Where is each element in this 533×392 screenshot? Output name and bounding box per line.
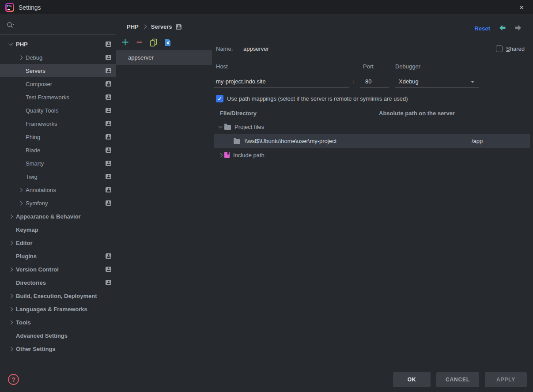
window-title: Settings: [19, 4, 41, 11]
sidebar-item[interactable]: Build, Execution, Deployment: [0, 289, 116, 302]
sidebar-item[interactable]: Languages & Frameworks: [0, 302, 116, 316]
sidebar-item[interactable]: Tools: [0, 316, 116, 329]
breadcrumb-separator-icon: [143, 25, 147, 28]
project-level-badge-icon: [106, 108, 111, 113]
breadcrumb-php[interactable]: PHP: [127, 23, 139, 30]
sidebar-item[interactable]: Phing: [0, 130, 116, 143]
sidebar-item[interactable]: Editor: [0, 236, 116, 249]
sidebar-item[interactable]: Blade: [0, 143, 116, 157]
chevron-icon: [15, 64, 26, 77]
port-input[interactable]: [360, 75, 389, 88]
chevron-right-icon[interactable]: [216, 148, 224, 162]
path-mappings-checkbox[interactable]: [216, 95, 223, 102]
sidebar-item[interactable]: Quality Tools: [0, 104, 116, 117]
remove-server-icon[interactable]: [135, 38, 143, 46]
sidebar-item[interactable]: Test Frameworks: [0, 90, 116, 104]
chevron-icon: [5, 249, 16, 263]
sidebar-item-label: Test Frameworks: [26, 94, 106, 101]
group-label: Include path: [233, 152, 265, 158]
forward-arrow-icon[interactable]: [514, 24, 522, 32]
sidebar-item[interactable]: Keymap: [0, 223, 116, 236]
dialog-footer: OK CANCEL APPLY: [393, 372, 527, 387]
sidebar-item[interactable]: Plugins: [0, 249, 116, 263]
project-level-badge-icon: [106, 200, 111, 206]
sidebar-item-label: Composer: [26, 81, 106, 87]
project-level-badge-icon: [176, 24, 181, 30]
chevron-icon: [15, 77, 26, 90]
column-header-file-directory: File/Directory: [220, 110, 257, 117]
sidebar-item-label: Tools: [16, 319, 106, 326]
breadcrumb-servers: Servers: [151, 23, 172, 30]
chevron-icon: [15, 117, 26, 130]
chevron-icon: [5, 38, 16, 51]
sidebar-item[interactable]: Frameworks: [0, 117, 116, 130]
settings-search-input[interactable]: [0, 15, 116, 35]
reset-button[interactable]: Reset: [475, 25, 490, 32]
back-arrow-icon[interactable]: [499, 24, 506, 32]
sidebar-item[interactable]: Appearance & Behavior: [0, 210, 116, 223]
sidebar-item-label: Directories: [16, 279, 106, 286]
host-input[interactable]: [214, 75, 349, 88]
table-row-include-path[interactable]: Include path: [214, 148, 530, 162]
sidebar-item[interactable]: Smarty: [0, 157, 116, 170]
table-row-mapping[interactable]: \\wsl$\Ubuntu\home\user\my-project /app: [214, 134, 530, 148]
project-level-badge-icon: [106, 267, 111, 272]
sidebar-item[interactable]: Twig: [0, 170, 116, 183]
path-mappings-label[interactable]: Use path mappings (select if the server …: [227, 95, 408, 102]
remote-path-cell[interactable]: /app: [472, 138, 483, 144]
debugger-selected-value: Xdebug: [399, 78, 419, 85]
sidebar-item-label: Appearance & Behavior: [16, 213, 106, 220]
close-icon[interactable]: ×: [516, 2, 527, 13]
sidebar-item-label: Symfony: [26, 200, 106, 207]
sidebar-item[interactable]: Servers: [0, 64, 116, 77]
shared-checkbox-label[interactable]: Shared: [506, 45, 525, 52]
sidebar-item-label: Version Control: [16, 266, 106, 273]
paste-import-icon[interactable]: [163, 38, 171, 46]
sidebar-item-label: Quality Tools: [26, 107, 106, 114]
chevron-icon: [5, 263, 16, 276]
sidebar-item[interactable]: Other Settings: [0, 342, 116, 355]
sidebar-item-label: Frameworks: [26, 121, 106, 127]
apply-button[interactable]: APPLY: [485, 372, 527, 387]
include-path-book-icon: [224, 152, 230, 158]
chevron-icon: [5, 342, 16, 355]
sidebar-item-label: Twig: [26, 173, 106, 180]
sidebar-item[interactable]: Debug: [0, 51, 116, 64]
project-level-badge-icon: [106, 41, 111, 47]
chevron-icon: [5, 210, 16, 223]
table-row-project-files[interactable]: Project files: [214, 120, 530, 134]
project-level-badge-icon: [106, 81, 111, 87]
port-label: Port: [363, 63, 374, 70]
server-name: appserver: [128, 54, 154, 61]
table-header-divider: [214, 119, 530, 119]
sidebar-item[interactable]: Composer: [0, 77, 116, 90]
sidebar-item[interactable]: Version Control: [0, 263, 116, 276]
copy-server-icon[interactable]: [149, 38, 157, 46]
cancel-button[interactable]: CANCEL: [436, 372, 479, 387]
sidebar-item[interactable]: Advanced Settings: [0, 329, 116, 342]
chevron-icon: [5, 289, 16, 302]
sidebar-item[interactable]: Annotations: [0, 183, 116, 196]
chevron-down-icon[interactable]: [216, 120, 224, 134]
sidebar-item-label: Other Settings: [16, 346, 106, 352]
phpstorm-logo-icon: PS: [5, 3, 14, 12]
ok-button[interactable]: OK: [393, 372, 431, 387]
chevron-icon: [15, 196, 26, 210]
sidebar-item-label: Languages & Frameworks: [16, 306, 106, 313]
add-server-icon[interactable]: [121, 38, 129, 46]
host-port-separator: :: [352, 78, 354, 84]
sidebar-item[interactable]: PHP: [0, 38, 116, 51]
sidebar-item-label: Servers: [26, 68, 106, 74]
debugger-label: Debugger: [395, 63, 420, 70]
sidebar-item[interactable]: Symfony: [0, 196, 116, 210]
name-input[interactable]: [241, 43, 487, 55]
server-list-item[interactable]: appserver: [116, 50, 212, 65]
debugger-select[interactable]: Xdebug: [395, 75, 479, 88]
local-path-cell[interactable]: \\wsl$\Ubuntu\home\user\my-project: [245, 138, 336, 144]
folder-icon: [234, 139, 240, 144]
project-level-badge-icon: [106, 94, 111, 100]
shared-checkbox[interactable]: [496, 45, 503, 52]
help-icon[interactable]: ?: [8, 374, 19, 385]
project-level-badge-icon: [106, 134, 111, 139]
sidebar-item[interactable]: Directories: [0, 276, 116, 289]
